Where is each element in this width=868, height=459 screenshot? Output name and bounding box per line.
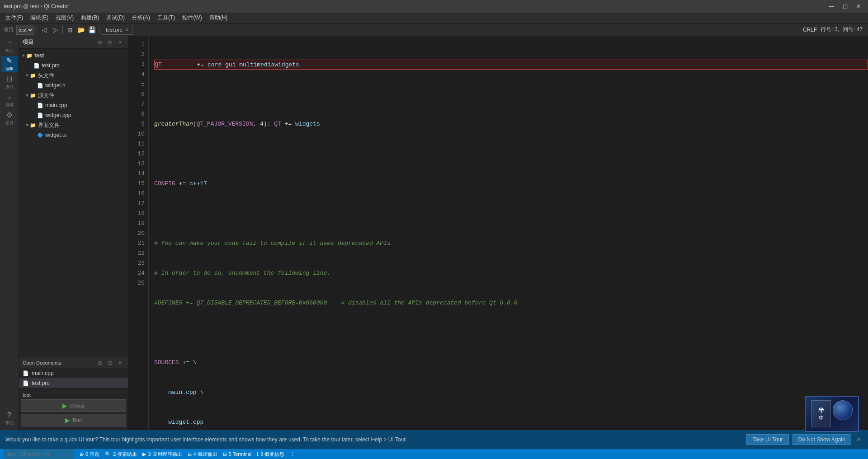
minimize-button[interactable]: — [826,2,837,10]
status-general-info[interactable]: ℹ 9 概要信息 [257,451,284,458]
expand-sources-icon: ▼ [24,93,30,98]
doc-maincpp-icon: 📄 [23,370,29,376]
folder-sources-icon: 📁 [30,93,36,98]
build-run-icon: ▶ [65,417,70,424]
expand-docs-button[interactable]: ⊞ [96,359,104,367]
code-line-10 [154,328,868,338]
line-numbers: 1 2 3 4 5 6 7 8 9 10 11 12 13 14 15 16 1… [128,36,149,430]
tree-label-sources: 源文件 [38,92,54,99]
split-docs-button[interactable]: ⊟ [106,359,114,367]
goto-input[interactable] [7,451,71,457]
take-tour-button[interactable]: Take UI Tour [746,434,788,445]
sidebar-item-design[interactable]: ⊡ 设计 [1,74,18,90]
title-text: test.pro @ test - Qt Creator [4,3,69,9]
open-file-tab[interactable]: test.pro × [102,25,132,35]
status-expand-icon[interactable]: ⋮ [290,451,295,457]
expand-headers-icon: ▼ [24,73,30,78]
sidebar-item-debug-mode[interactable]: ⬦ 调试 [1,92,18,108]
floating-widget-inner: 半 中 [811,400,853,427]
sidebar-item-edit[interactable]: ✎ 编辑 [1,56,18,72]
expand-widgeth-icon [32,83,37,88]
editor-info: CRLF 行号: 3, 列号: 47 [803,26,866,33]
close-panel-button[interactable]: × [116,38,124,47]
new-file-button[interactable]: ⊞ [65,25,75,35]
editor-area: 1 2 3 4 5 6 7 8 9 10 11 12 13 14 15 16 1… [128,36,868,430]
open-file-button[interactable]: 📂 [76,25,86,35]
code-editor[interactable]: 1 2 3 4 5 6 7 8 9 10 11 12 13 14 15 16 1… [128,36,868,430]
doc-testpro-icon: 📄 [23,380,29,386]
tree-item-widgetcpp[interactable]: 📄 widget.cpp [19,110,128,120]
window-controls: — ▢ ✕ [826,2,864,10]
code-line-5: CONFIG += c++17 [154,179,868,189]
project-panel-header: 项目 ⟳ ⊟ × [19,36,128,49]
file-widgetui-icon: 🔷 [37,132,43,138]
status-terminal[interactable]: ⊟ 5 Terminal [223,451,252,457]
tree-item-widgetui[interactable]: 🔷 widget.ui [19,130,128,140]
build-run-button[interactable]: ▶ Run [21,414,126,426]
menu-debug[interactable]: 调试(D) [103,13,128,23]
code-line-3: greaterThan(QT_MAJOR_VERSION, 4): QT += … [154,119,868,129]
notification-text: Would you like to take a quick UI tour? … [5,436,743,443]
sidebar-item-help[interactable]: ? 帮助 [1,410,18,426]
expand-widgetcpp-icon [32,112,37,118]
do-not-show-button[interactable]: Do Not Show Again [793,434,851,445]
problems-icon: ⊞ [80,451,84,457]
toolbar-separator-2 [62,26,63,34]
folder-root-icon: 📁 [26,53,33,59]
tree-item-sources[interactable]: ▼ 📁 源文件 [19,90,128,100]
close-docs-button[interactable]: × [116,359,124,367]
activity-bar: ⌂ 欢迎 ✎ 编辑 ⊡ 设计 ⬦ 调试 ⚙ 项目 ? 帮助 [0,36,19,430]
status-problems[interactable]: ⊞ 0 问题 [80,451,99,458]
project-panel-title: 项目 [23,38,94,46]
sidebar-item-project-settings[interactable]: ⚙ 项目 [1,110,18,126]
search-results-label: 2 搜索结果 [113,451,137,458]
open-doc-testpro[interactable]: 📄 test.pro [19,378,128,388]
tree-item-root[interactable]: ▼ 📁 test [19,51,128,61]
expand-forms-icon: ▼ [24,122,30,128]
project-panel: 项目 ⟳ ⊟ × ▼ 📁 test 📄 test.pro ▼ 📁 头文件 [19,36,128,430]
forward-button[interactable]: ▷ [50,25,60,35]
tree-item-forms[interactable]: ▼ 📁 界面文件 [19,120,128,130]
run-button[interactable]: ▶ Debug [21,399,126,412]
debug-project-name: test [21,392,31,398]
maximize-button[interactable]: ▢ [839,2,851,10]
app-output-label: 3 应用程序输出 [148,451,182,458]
close-button[interactable]: ✕ [853,2,864,10]
back-button[interactable]: ◁ [39,25,49,35]
menu-build[interactable]: 构建(B) [77,13,103,23]
code-line-12: main.cpp \ [154,388,868,398]
file-widgetcpp-icon: 📄 [37,112,43,118]
sync-button[interactable]: ⟳ [96,38,104,47]
menu-help[interactable]: 帮助(H) [206,13,231,23]
toolbar-separator-1 [37,26,37,34]
toolbar-project-label: 项目 [2,26,15,33]
status-compile-output[interactable]: ⊟ 4 编译输出 [188,451,217,458]
code-content[interactable]: QT += core gui multimediawidgets greater… [149,36,868,430]
open-doc-maincpp[interactable]: 📄 main.cpp [19,368,128,378]
tab-close-icon[interactable]: × [125,26,129,33]
filter-button[interactable]: ⊟ [106,38,114,47]
project-selector[interactable]: test [16,25,34,35]
planet-graphic [833,400,853,420]
tree-item-headers[interactable]: ▼ 📁 头文件 [19,70,128,80]
expand-widgetui-icon [32,132,37,138]
file-testpro-icon: 📄 [33,63,40,69]
tree-label-widgetui: widget.ui [45,132,66,138]
notification-close-button[interactable]: × [855,436,863,444]
save-button[interactable]: 💾 [87,25,97,35]
menu-widget[interactable]: 控件(W) [179,13,205,23]
menu-analyze[interactable]: 分析(A) [128,13,154,23]
open-documents-header: Open Documents ⊞ ⊟ × [19,357,128,368]
status-app-output[interactable]: ▶ 3 应用程序输出 [142,451,182,458]
sidebar-item-welcome[interactable]: ⌂ 欢迎 [1,38,18,54]
menu-tools[interactable]: 工具(T) [154,13,179,23]
tree-item-maincpp[interactable]: 📄 main.cpp [19,100,128,110]
status-search-results[interactable]: 🔍 2 搜索结果 [105,451,137,458]
menu-edit[interactable]: 编辑(E) [27,13,52,23]
floating-widget: 半 中 [805,396,859,432]
tree-label-forms: 界面文件 [38,122,60,129]
menu-view[interactable]: 视图(V) [52,13,77,23]
tree-item-widgeth[interactable]: 📄 widget.h [19,80,128,90]
tree-item-testpro[interactable]: 📄 test.pro [19,61,128,70]
menu-file[interactable]: 文件(F) [2,13,27,23]
